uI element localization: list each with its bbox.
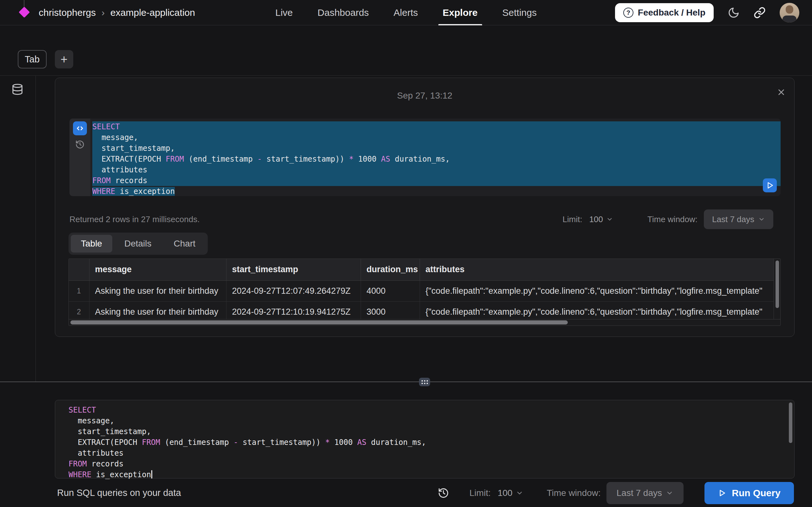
sql-editor-panel: SELECT message, start_timestamp, EXTRACT…: [55, 400, 795, 478]
rerun-query-button[interactable]: [763, 178, 777, 192]
column-header-start_timestamp[interactable]: start_timestamp: [226, 259, 361, 280]
time-window-label: Time window:: [547, 488, 601, 498]
query-history-button[interactable]: [75, 140, 85, 149]
limit-dropdown[interactable]: 100: [589, 215, 613, 224]
cell-attributes: {"code.filepath":"example.py","code.line…: [420, 280, 780, 301]
moon-icon: [728, 7, 740, 19]
cell-attributes: {"code.filepath":"example.py","code.line…: [420, 301, 780, 319]
limit-label: Limit:: [563, 215, 582, 224]
brand-area: christophergs › example-application: [18, 0, 195, 25]
time-window-value: Last 7 days: [712, 215, 754, 224]
run-query-button[interactable]: Run Query: [705, 482, 794, 504]
breadcrumb-project[interactable]: example-application: [110, 7, 195, 18]
cell-duration_ms: 3000: [361, 301, 420, 319]
top-nav: christophergs › example-application Live…: [0, 0, 812, 25]
table-horizontal-scrollbar[interactable]: [69, 319, 780, 326]
theme-toggle-button[interactable]: [728, 7, 740, 19]
pane-splitter-handle[interactable]: [419, 378, 430, 386]
column-header-message[interactable]: message: [89, 259, 226, 280]
query-block-gutter: [69, 118, 90, 196]
nav-item-explore[interactable]: Explore: [443, 0, 478, 25]
question-circle-icon: ?: [623, 8, 633, 18]
table-vertical-scrollbar[interactable]: [774, 259, 780, 319]
table-row[interactable]: 2Asking the user for their birthday2024-…: [69, 301, 780, 319]
cell-start_timestamp: 2024-09-27T12:10:19.941275Z: [226, 301, 361, 319]
executed-query-block: SELECT message, start_timestamp, EXTRACT…: [69, 118, 780, 196]
cell-message: Asking the user for their birthday: [89, 280, 226, 301]
tab-current[interactable]: Tab: [18, 50, 47, 68]
nav-item-live[interactable]: Live: [275, 0, 293, 25]
query-timestamp: Sep 27, 13:12: [55, 91, 794, 101]
schema-browser-button[interactable]: [11, 83, 23, 95]
code-view-button[interactable]: [73, 121, 87, 135]
results-table-viewport: messagestart_timestampduration_msattribu…: [69, 259, 780, 319]
row-number-cell: 1: [69, 280, 89, 301]
limit-value: 100: [589, 215, 603, 224]
column-header-attributes[interactable]: attributes: [420, 259, 780, 280]
limit-value: 100: [498, 488, 513, 498]
nav-item-dashboards[interactable]: Dashboards: [317, 0, 369, 25]
horizontal-scroll-thumb[interactable]: [70, 320, 568, 325]
table-row[interactable]: 1Asking the user for their birthday2024-…: [69, 280, 780, 301]
time-window-dropdown[interactable]: Last 7 days: [606, 482, 683, 504]
view-tab-details[interactable]: Details: [114, 235, 162, 252]
limit-dropdown[interactable]: 100: [498, 488, 523, 498]
play-icon: [766, 181, 774, 189]
query-result-card: Sep 27, 13:12 SELECT message, start_time…: [55, 78, 795, 337]
time-window-value: Last 7 days: [617, 488, 662, 498]
add-tab-button[interactable]: +: [55, 50, 73, 68]
logfire-logo[interactable]: [18, 0, 31, 25]
primary-nav: LiveDashboardsAlertsExploreSettings: [275, 0, 537, 25]
user-avatar[interactable]: [780, 3, 799, 22]
breadcrumb-separator-icon: ›: [101, 7, 105, 18]
result-meta-row: Returned 2 rows in 27 milliseconds. Limi…: [69, 210, 773, 229]
time-window-dropdown[interactable]: Last 7 days: [704, 210, 773, 229]
logfire-explore-page: { "nav": { "org": "christophergs", "sepa…: [0, 0, 812, 507]
feedback-help-label: Feedback / Help: [638, 8, 705, 18]
chevron-down-icon: [516, 489, 523, 497]
result-controls: Limit: 100 Time window: Last 7 days: [563, 210, 773, 229]
breadcrumb: christophergs › example-application: [39, 7, 195, 18]
bottom-action-bar: Run SQL queries on your data Limit: 100 …: [0, 479, 812, 507]
row-number-header[interactable]: [69, 259, 89, 280]
results-table: messagestart_timestampduration_msattribu…: [69, 259, 780, 319]
database-icon: [11, 83, 23, 95]
history-icon: [75, 140, 85, 149]
view-tab-chart[interactable]: Chart: [164, 235, 206, 252]
history-icon: [438, 487, 449, 499]
footer-controls: Limit: 100 Time window: Last 7 days Run …: [438, 482, 794, 504]
close-icon: [776, 88, 786, 97]
grip-dots-icon: [421, 383, 428, 384]
result-summary: Returned 2 rows in 27 milliseconds.: [69, 215, 200, 224]
vertical-scroll-thumb[interactable]: [775, 261, 779, 308]
chevron-down-icon: [666, 489, 673, 497]
view-tabs: TableDetailsChart: [68, 233, 208, 255]
share-link-button[interactable]: [754, 7, 766, 19]
cell-message: Asking the user for their birthday: [89, 301, 226, 319]
limit-label: Limit:: [469, 488, 491, 498]
query-history-button[interactable]: [438, 487, 449, 499]
logo-diamond-icon: [19, 7, 30, 18]
nav-item-alerts[interactable]: Alerts: [394, 0, 418, 25]
close-result-button[interactable]: [776, 88, 786, 97]
view-tab-table[interactable]: Table: [71, 235, 112, 252]
time-window-label: Time window:: [647, 215, 698, 224]
cell-duration_ms: 4000: [361, 280, 420, 301]
text-cursor: [151, 470, 152, 478]
pane-splitter-line[interactable]: [0, 382, 812, 382]
breadcrumb-org[interactable]: christophergs: [39, 7, 96, 18]
column-header-duration_ms[interactable]: duration_ms: [361, 259, 420, 280]
play-icon: [718, 489, 726, 497]
plus-icon: +: [61, 53, 67, 66]
feedback-help-button[interactable]: ? Feedback / Help: [615, 3, 714, 22]
nav-item-settings[interactable]: Settings: [502, 0, 537, 25]
editor-scroll-thumb[interactable]: [789, 402, 792, 443]
executed-sql-text[interactable]: SELECT message, start_timestamp, EXTRACT…: [90, 118, 780, 196]
sql-editor-input[interactable]: SELECT message, start_timestamp, EXTRACT…: [55, 400, 794, 480]
link-icon: [754, 7, 766, 19]
chevron-down-icon: [758, 216, 765, 223]
content-divider: [0, 75, 812, 76]
cell-start_timestamp: 2024-09-27T12:07:49.264279Z: [226, 280, 361, 301]
nav-right: ? Feedback / Help: [615, 0, 799, 25]
tab-bar: Tab +: [18, 50, 73, 68]
